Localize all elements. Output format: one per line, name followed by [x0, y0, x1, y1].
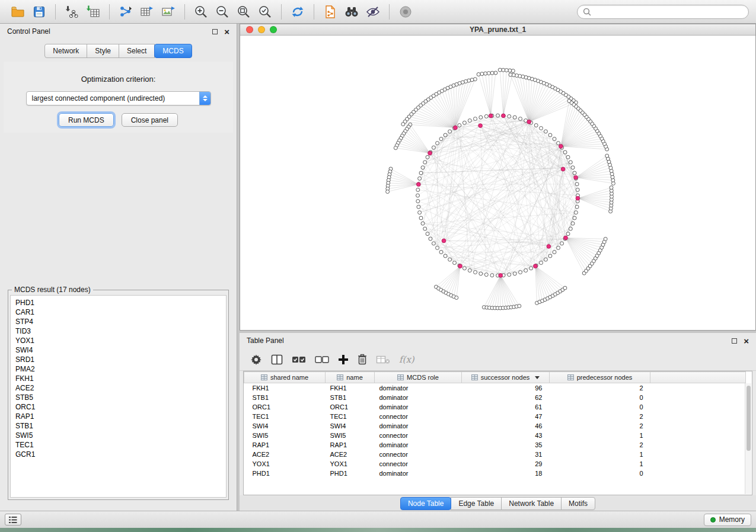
- cell-shared_name[interactable]: FKH1: [244, 383, 326, 393]
- zoom-fit-button[interactable]: [233, 2, 254, 21]
- column-header-MCDS-role[interactable]: MCDS role: [375, 372, 462, 383]
- zoom-out-button[interactable]: [212, 2, 233, 21]
- search-network-button[interactable]: [341, 2, 362, 21]
- tab-node-table[interactable]: Node Table: [400, 497, 452, 510]
- cell-shared_name[interactable]: STB1: [244, 393, 326, 402]
- table-row-ACE2[interactable]: ACE2ACE2connector311: [244, 450, 746, 459]
- hide-selected-button[interactable]: [362, 2, 384, 21]
- cell-shared_name[interactable]: SWI5: [244, 431, 326, 440]
- tab-network[interactable]: Network: [44, 44, 87, 58]
- cell-name[interactable]: STB1: [326, 393, 375, 402]
- cell-shared_name[interactable]: YOX1: [244, 459, 326, 469]
- import-table-button[interactable]: [82, 2, 104, 21]
- cell-successors[interactable]: 18: [462, 469, 550, 478]
- cell-name[interactable]: ACE2: [326, 450, 375, 459]
- cell-name[interactable]: FKH1: [326, 383, 375, 393]
- table-row-YOX1[interactable]: YOX1YOX1connector291: [244, 459, 746, 469]
- cell-role[interactable]: dominator: [375, 421, 462, 431]
- cell-role[interactable]: dominator: [375, 393, 462, 402]
- cell-successors[interactable]: 29: [462, 459, 550, 469]
- close-panel-icon[interactable]: ×: [744, 336, 749, 345]
- cell-name[interactable]: YOX1: [326, 459, 375, 469]
- close-panel-icon[interactable]: ×: [224, 27, 229, 36]
- network-canvas[interactable]: [240, 36, 755, 330]
- mcds-result-item[interactable]: RAP1: [15, 412, 226, 421]
- cell-name[interactable]: ORC1: [326, 402, 375, 412]
- mcds-result-item[interactable]: SWI5: [15, 431, 226, 440]
- cell-name[interactable]: SWI5: [326, 431, 375, 440]
- cell-predecessors[interactable]: 1: [550, 450, 650, 459]
- tab-mcds[interactable]: MCDS: [154, 44, 192, 58]
- export-network-button[interactable]: [115, 2, 136, 21]
- zoom-in-button[interactable]: [190, 2, 212, 21]
- close-panel-button[interactable]: Close panel: [122, 113, 178, 127]
- cell-predecessors[interactable]: 2: [550, 383, 650, 393]
- tab-select[interactable]: Select: [119, 44, 155, 58]
- mcds-result-item[interactable]: PHD1: [15, 298, 226, 307]
- scrollbar-thumb[interactable]: [747, 386, 751, 451]
- column-header-successor-nodes[interactable]: successor nodes: [462, 372, 550, 383]
- optimization-criterion-dropdown[interactable]: largest connected component (undirected): [26, 91, 211, 105]
- mcds-result-item[interactable]: YOX1: [15, 336, 226, 345]
- cell-predecessors[interactable]: 2: [550, 421, 650, 431]
- share-document-button[interactable]: [320, 2, 341, 21]
- cell-name[interactable]: SWI4: [326, 421, 375, 431]
- cell-role[interactable]: connector: [375, 450, 462, 459]
- cell-name[interactable]: TEC1: [326, 412, 375, 421]
- minimize-window-icon[interactable]: [258, 26, 265, 33]
- cell-shared_name[interactable]: ORC1: [244, 402, 326, 412]
- table-settings-button[interactable]: [250, 352, 262, 367]
- import-network-button[interactable]: [61, 2, 82, 21]
- cell-shared_name[interactable]: SWI4: [244, 421, 326, 431]
- open-file-button[interactable]: [7, 2, 28, 21]
- show-columns-button[interactable]: [271, 352, 283, 367]
- cell-role[interactable]: connector: [375, 431, 462, 440]
- tab-style[interactable]: Style: [87, 44, 119, 58]
- mcds-result-item[interactable]: TEC1: [15, 440, 226, 450]
- run-mcds-button[interactable]: Run MCDS: [59, 113, 114, 127]
- refresh-layout-button[interactable]: [287, 2, 308, 21]
- deselect-all-columns-button[interactable]: [315, 352, 329, 367]
- mcds-result-item[interactable]: STB5: [15, 393, 226, 402]
- mcds-result-item[interactable]: STP4: [15, 317, 226, 326]
- cell-role[interactable]: connector: [375, 412, 462, 421]
- column-header-shared-name[interactable]: shared name: [244, 372, 326, 383]
- cell-successors[interactable]: 47: [462, 412, 550, 421]
- table-row-FKH1[interactable]: FKH1FKH1dominator962: [244, 383, 746, 393]
- mcds-result-item[interactable]: SWI4: [15, 345, 226, 355]
- table-row-SWI4[interactable]: SWI4SWI4dominator462: [244, 421, 746, 431]
- cell-role[interactable]: connector: [375, 459, 462, 469]
- mcds-result-item[interactable]: PMA2: [15, 364, 226, 374]
- table-row-SWI5[interactable]: SWI5SWI5connector431: [244, 431, 746, 440]
- cell-successors[interactable]: 35: [462, 440, 550, 450]
- select-all-columns-button[interactable]: [292, 352, 306, 367]
- mcds-result-item[interactable]: STB1: [15, 421, 226, 431]
- cell-shared_name[interactable]: TEC1: [244, 412, 326, 421]
- table-row-STB1[interactable]: STB1STB1dominator620: [244, 393, 746, 402]
- mcds-result-item[interactable]: ACE2: [15, 383, 226, 393]
- cell-successors[interactable]: 62: [462, 393, 550, 402]
- cell-predecessors[interactable]: 0: [550, 402, 650, 412]
- cell-predecessors[interactable]: 2: [550, 412, 650, 421]
- cell-predecessors[interactable]: 2: [550, 440, 650, 450]
- mcds-result-item[interactable]: SRD1: [15, 355, 226, 364]
- table-row-ORC1[interactable]: ORC1ORC1dominator610: [244, 402, 746, 412]
- cell-shared_name[interactable]: PHD1: [244, 469, 326, 478]
- cell-successors[interactable]: 43: [462, 431, 550, 440]
- cell-role[interactable]: dominator: [375, 440, 462, 450]
- float-panel-icon[interactable]: [732, 338, 737, 344]
- export-image-button[interactable]: [158, 2, 179, 21]
- create-column-button[interactable]: [338, 352, 349, 367]
- search-input[interactable]: [595, 8, 743, 16]
- cell-shared_name[interactable]: RAP1: [244, 440, 326, 450]
- float-panel-icon[interactable]: [212, 29, 218, 34]
- cell-predecessors[interactable]: 1: [550, 459, 650, 469]
- show-disabled-button[interactable]: [395, 2, 416, 21]
- column-header-predecessor-nodes[interactable]: predecessor nodes: [550, 372, 650, 383]
- mcds-result-item[interactable]: GCR1: [15, 450, 226, 459]
- cell-predecessors[interactable]: 0: [550, 469, 650, 478]
- cell-role[interactable]: dominator: [375, 469, 462, 478]
- column-header-name[interactable]: name: [326, 372, 375, 383]
- table-row-PHD1[interactable]: PHD1PHD1dominator180: [244, 469, 746, 478]
- tab-edge-table[interactable]: Edge Table: [451, 497, 502, 510]
